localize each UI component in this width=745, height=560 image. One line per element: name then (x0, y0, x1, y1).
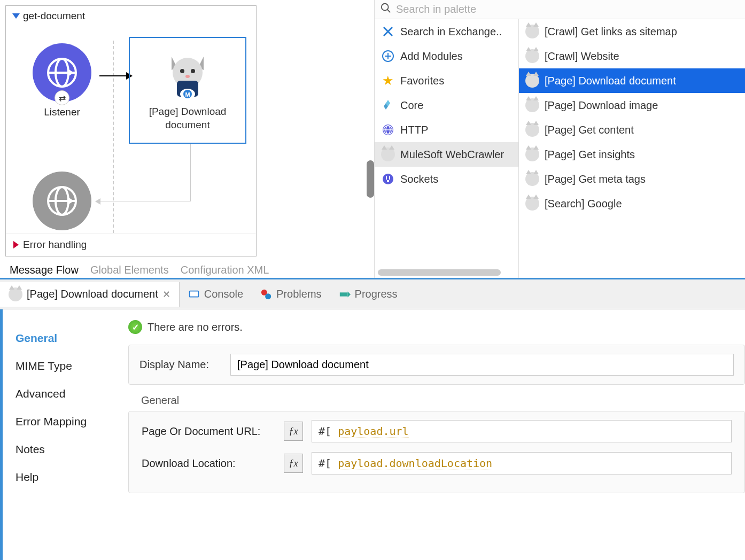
palette-category-sockets[interactable]: Sockets (375, 167, 518, 191)
flow-header[interactable]: get-document (6, 6, 256, 26)
tab-download-document-props[interactable]: [Page] Download document ✕ (0, 282, 180, 307)
listener-node[interactable]: ⇄ Listener (33, 43, 91, 118)
status-row: ✓ There are no errors. (128, 320, 745, 334)
properties-main: ✓ There are no errors. Display Name: Gen… (118, 309, 745, 560)
fx-button-location[interactable]: ƒx (284, 454, 303, 473)
mule-palette: Search in Exchange..Add Modules★Favorite… (374, 0, 745, 278)
cat-icon (525, 147, 539, 161)
palette-op--search-google[interactable]: [Search] Google (519, 191, 745, 216)
display-name-group: Display Name: (128, 345, 745, 385)
props-tab-mime-type[interactable]: MIME Type (12, 352, 108, 380)
horizontal-scrollbar[interactable] (378, 269, 501, 276)
cat-icon (525, 49, 539, 63)
svg-point-4 (180, 69, 184, 73)
props-tab-error-mapping[interactable]: Error Mapping (12, 408, 108, 435)
tab-progress[interactable]: Progress (330, 283, 406, 306)
svg-rect-26 (387, 180, 389, 182)
palette-op--page-download-document[interactable]: [Page] Download document (519, 68, 745, 93)
palette-op--page-get-insights[interactable]: [Page] Get insights (519, 142, 745, 167)
location-field-row: Download Location: ƒx #[ payload.downloa… (142, 452, 732, 475)
response-node[interactable] (33, 172, 91, 230)
palette-categories: Search in Exchange..Add Modules★Favorite… (375, 19, 519, 278)
svg-point-6 (185, 75, 190, 78)
fx-button-url[interactable]: ƒx (284, 422, 303, 441)
cat-icon (525, 74, 539, 88)
cat-icon (525, 197, 539, 211)
download-document-node[interactable]: M [Page] Download document (129, 37, 246, 144)
tab-global-elements[interactable]: Global Elements (90, 264, 169, 276)
props-tab-general[interactable]: General (12, 324, 108, 352)
props-tab-notes[interactable]: Notes (12, 435, 108, 463)
response-icon (33, 172, 91, 230)
tab-problems[interactable]: Problems (252, 283, 330, 306)
bottom-tabs: [Page] Download document ✕ Console Probl… (0, 279, 745, 309)
error-handling-section[interactable]: Error handling (6, 233, 256, 256)
palette-category-core[interactable]: Core (375, 93, 518, 118)
listener-icon: ⇄ (33, 43, 91, 102)
location-label: Download Location: (142, 457, 275, 470)
tab-message-flow[interactable]: Message Flow (10, 264, 79, 276)
console-icon (188, 289, 200, 300)
plus-icon (381, 49, 395, 63)
cat-icon (525, 123, 539, 137)
webcrawler-cat-icon: M (161, 49, 214, 102)
general-section: Page Or Document URL: ƒx #[ payload.url … (128, 411, 745, 493)
core-icon (381, 98, 395, 112)
tab-configuration-xml[interactable]: Configuration XML (181, 264, 269, 276)
cat-icon (9, 287, 22, 301)
status-text: There are no errors. (148, 321, 243, 333)
props-tab-advanced[interactable]: Advanced (12, 380, 108, 408)
tab-label: [Page] Download document (27, 288, 158, 300)
cat-icon (525, 98, 539, 112)
palette-op--page-get-meta-tags[interactable]: [Page] Get meta tags (519, 167, 745, 191)
properties-sidebar: GeneralMIME TypeAdvancedError MappingNot… (0, 309, 118, 560)
palette-op--page-download-image[interactable]: [Page] Download image (519, 93, 745, 118)
error-label: Error handling (23, 239, 87, 251)
flow-name: get-document (23, 10, 85, 22)
tab-console[interactable]: Console (180, 283, 252, 306)
general-section-title: General (141, 394, 745, 407)
connector-line-v (190, 144, 191, 201)
globe-arrow-icon (46, 57, 78, 89)
display-name-input[interactable] (230, 354, 734, 376)
svg-rect-28 (190, 291, 198, 296)
palette-op--crawl-website[interactable]: [Crawl] Website (519, 44, 745, 68)
palette-search-input[interactable] (396, 3, 740, 15)
ok-icon: ✓ (128, 320, 142, 334)
url-input[interactable]: #[ payload.url (312, 420, 732, 442)
listener-label: Listener (33, 106, 91, 118)
close-icon[interactable]: ✕ (162, 289, 170, 300)
download-label: [Page] Download document (133, 105, 242, 131)
canvas-view-tabs: Message Flow Global Elements Configurati… (5, 256, 369, 284)
collapse-icon[interactable] (12, 13, 20, 19)
palette-op--crawl-get-links-as-sitemap[interactable]: [Crawl] Get links as sitemap (519, 19, 745, 44)
flow-container[interactable]: get-document ⇄ Listener (5, 5, 257, 256)
problems-icon (260, 289, 272, 300)
properties-panel: [Page] Download document ✕ Console Probl… (0, 278, 745, 560)
expand-icon[interactable] (13, 241, 19, 248)
palette-op--page-get-content[interactable]: [Page] Get content (519, 118, 745, 142)
svg-rect-31 (339, 292, 347, 296)
exchange-icon (381, 25, 395, 38)
palette-category-favorites[interactable]: ★Favorites (375, 68, 518, 93)
exchange-icon: ⇄ (55, 90, 69, 105)
palette-category-http[interactable]: HTTP (375, 118, 518, 142)
divider-line (113, 41, 114, 233)
cat-icon (525, 172, 539, 186)
star-icon: ★ (381, 74, 395, 88)
svg-point-5 (191, 69, 195, 73)
scrollbar-thumb[interactable] (367, 160, 374, 198)
svg-point-30 (265, 293, 271, 299)
svg-line-15 (387, 10, 391, 13)
socket-icon (381, 172, 395, 186)
canvas-area: get-document ⇄ Listener (0, 0, 374, 278)
location-input[interactable]: #[ payload.downloadLocation (312, 452, 732, 475)
palette-category-add-modules[interactable]: Add Modules (375, 44, 518, 68)
props-tab-help[interactable]: Help (12, 463, 108, 491)
connector-line-h (99, 201, 190, 201)
svg-text:M: M (185, 91, 190, 98)
search-icon (380, 2, 392, 17)
palette-category-mulesoft-webcrawler[interactable]: MuleSoft WebCrawler (375, 142, 518, 167)
svg-rect-25 (389, 176, 390, 180)
palette-category-search-in-exchange-[interactable]: Search in Exchange.. (375, 19, 518, 44)
